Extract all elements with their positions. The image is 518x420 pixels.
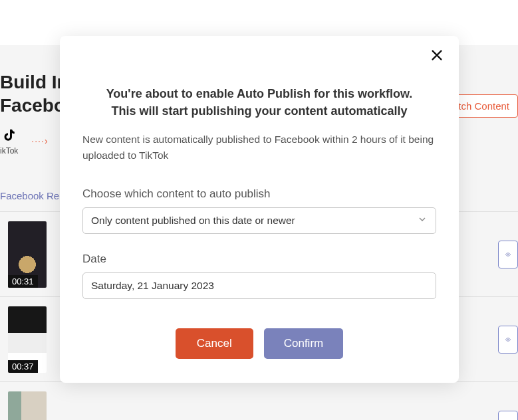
modal-subtext: New content is automatically published t… bbox=[82, 132, 436, 163]
modal-actions: Cancel Confirm bbox=[82, 328, 436, 359]
choose-content-label: Choose which content to auto publish bbox=[82, 187, 436, 201]
chevron-down-icon bbox=[417, 214, 428, 227]
select-value: Only content published on this date or n… bbox=[91, 215, 295, 226]
date-label: Date bbox=[82, 253, 436, 266]
close-button[interactable] bbox=[430, 48, 444, 65]
close-icon bbox=[430, 48, 444, 62]
cancel-button[interactable]: Cancel bbox=[176, 328, 253, 359]
content-filter-select[interactable]: Only content published on this date or n… bbox=[82, 207, 436, 234]
date-field[interactable]: Saturday, 21 January 2023 bbox=[82, 272, 436, 299]
confirm-button[interactable]: Confirm bbox=[264, 328, 344, 359]
auto-publish-modal: You're about to enable Auto Publish for … bbox=[60, 36, 459, 383]
date-value: Saturday, 21 January 2023 bbox=[91, 280, 214, 291]
modal-title: You're about to enable Auto Publish for … bbox=[96, 85, 423, 120]
